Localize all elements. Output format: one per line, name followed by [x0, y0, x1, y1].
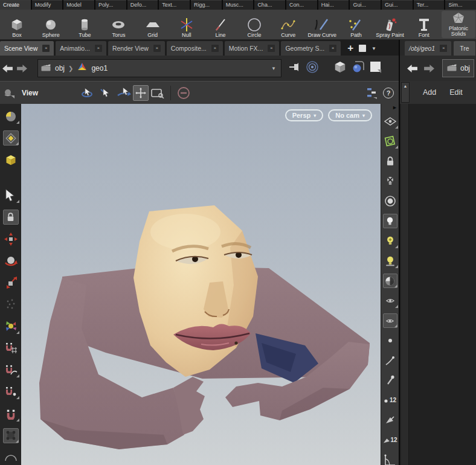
- selection-lock-icon[interactable]: [3, 210, 19, 225]
- shelf-tool-grid[interactable]: Grid: [136, 10, 170, 39]
- multi-snap-icon[interactable]: [3, 428, 19, 443]
- shelf-tab-simulation[interactable]: Sim...: [445, 0, 476, 10]
- shadow-light-icon[interactable]: [383, 254, 397, 268]
- shelf-tab-muscle[interactable]: Musc...: [223, 0, 254, 10]
- visibility-icon[interactable]: [383, 114, 397, 129]
- tab-tree-view[interactable]: Tre: [454, 41, 475, 56]
- pane-type-icon[interactable]: [0, 85, 18, 101]
- shelf-tool-platonic-solids[interactable]: Platonic Solids: [442, 11, 475, 38]
- add-menu[interactable]: Add: [423, 88, 436, 97]
- point-marker-icon[interactable]: [383, 333, 397, 348]
- snap-curve-icon[interactable]: [3, 362, 19, 377]
- primitive-normals-icon[interactable]: [383, 413, 397, 428]
- translate-tool-icon[interactable]: [3, 231, 19, 246]
- shelf-tool-tube[interactable]: Tube: [68, 10, 101, 39]
- scene-viewport[interactable]: Persp ▾ No cam ▾: [21, 104, 381, 465]
- new-tab-button[interactable]: +: [347, 42, 353, 54]
- maximize-pane-icon[interactable]: [359, 45, 366, 52]
- back-icon[interactable]: [405, 62, 419, 75]
- close-icon[interactable]: ×: [440, 45, 447, 52]
- tab-animation[interactable]: Animatio... ×: [56, 41, 106, 56]
- display-options-icon[interactable]: [370, 61, 382, 75]
- tab-menu-arrow-icon[interactable]: ▼: [371, 46, 376, 51]
- path-field[interactable]: obj ❯ geo1 ▼: [37, 59, 281, 77]
- shelf-tool-font[interactable]: Font: [407, 10, 441, 39]
- network-overview-icon[interactable]: [362, 85, 381, 101]
- shelf-tool-draw-curve[interactable]: Draw Curve: [305, 10, 339, 39]
- shelf-tool-path[interactable]: Path: [339, 10, 373, 39]
- forward-icon[interactable]: [14, 62, 29, 75]
- snap-magnet-icon[interactable]: [3, 406, 19, 421]
- shelf-tab-deform[interactable]: Defo...: [127, 0, 158, 10]
- orient-picking-icon[interactable]: [3, 450, 19, 465]
- back-icon[interactable]: [0, 62, 14, 75]
- shelf-tab-character[interactable]: Cha...: [254, 0, 285, 10]
- geometry-display-icon[interactable]: [333, 60, 347, 76]
- pose-tool-icon[interactable]: [3, 319, 19, 334]
- shelf-tool-sphere[interactable]: Sphere: [34, 10, 68, 39]
- shelf-tab-terrain[interactable]: Ter...: [414, 0, 445, 10]
- network-editor-panel[interactable]: [399, 104, 476, 465]
- follow-focus-icon[interactable]: [306, 60, 319, 76]
- network-path-field[interactable]: obj: [442, 59, 474, 77]
- tab-render-view[interactable]: Render View ×: [108, 41, 165, 56]
- disable-lighting-icon[interactable]: [383, 174, 397, 188]
- normal-lighting-icon[interactable]: [383, 194, 397, 208]
- show-objects-icon[interactable]: [3, 109, 19, 124]
- move-tool-icon[interactable]: [115, 85, 133, 101]
- shelf-tab-guides-2[interactable]: Gui...: [382, 0, 413, 10]
- edit-menu[interactable]: Edit: [449, 88, 463, 97]
- show-components-icon[interactable]: [3, 130, 19, 146]
- active-handles-tool-icon[interactable]: [133, 85, 149, 101]
- show-handles-icon[interactable]: [383, 293, 397, 308]
- point-numbers-icon[interactable]: 12: [383, 393, 397, 408]
- close-icon[interactable]: ×: [42, 45, 50, 52]
- close-icon[interactable]: ×: [153, 45, 161, 52]
- shading-mode-icon[interactable]: [352, 60, 365, 76]
- tab-composite[interactable]: Composite... ×: [167, 41, 223, 56]
- tab-obj-geo1[interactable]: /obj/geo1 ×: [405, 41, 451, 56]
- shelf-tab-texture[interactable]: Text...: [159, 0, 190, 10]
- close-icon[interactable]: ×: [268, 45, 275, 52]
- shelf-tool-null[interactable]: Null: [170, 10, 204, 39]
- select-tool-icon[interactable]: [3, 188, 19, 203]
- soft-transform-icon[interactable]: [3, 297, 19, 312]
- shelf-tool-line[interactable]: Line: [204, 10, 237, 39]
- shelf-tab-modify[interactable]: Modify: [32, 0, 63, 10]
- shelf-tool-torus[interactable]: Torus: [101, 10, 135, 39]
- lock-camera-icon[interactable]: [383, 154, 397, 168]
- close-icon[interactable]: ×: [211, 45, 219, 52]
- 3d-head-model[interactable]: [21, 104, 381, 465]
- snap-grid-icon[interactable]: [3, 341, 19, 356]
- help-icon[interactable]: ?: [383, 88, 394, 98]
- shelf-tool-circle[interactable]: Circle: [237, 10, 271, 39]
- close-icon[interactable]: ×: [95, 45, 102, 52]
- shelf-tab-rigging[interactable]: Rigg...: [191, 0, 222, 10]
- snap-point-icon[interactable]: [3, 384, 19, 399]
- high-quality-light-icon[interactable]: [383, 234, 397, 248]
- shelf-tool-spray-paint[interactable]: Spray Paint: [373, 10, 407, 39]
- corner-angle-icon[interactable]: [383, 453, 397, 465]
- shelf-tool-curve[interactable]: Curve: [271, 10, 305, 39]
- select-tool-icon[interactable]: [97, 85, 115, 101]
- rotate-tool-icon[interactable]: [3, 253, 19, 268]
- scroll-up-icon[interactable]: ▲: [401, 82, 410, 103]
- scale-tool-icon[interactable]: [3, 275, 19, 290]
- smooth-shading-icon[interactable]: [383, 274, 397, 288]
- breadcrumb-obj[interactable]: obj: [55, 64, 65, 72]
- tab-motion-fx[interactable]: Motion FX... ×: [225, 41, 280, 56]
- shelf-tab-model[interactable]: Model: [63, 0, 94, 10]
- shelf-tool-box[interactable]: Box: [0, 10, 34, 39]
- camera-menu-button[interactable]: No cam ▾: [328, 109, 372, 121]
- box-select-icon[interactable]: [149, 85, 167, 101]
- network-scrollbar[interactable]: [401, 104, 409, 465]
- projection-menu-button[interactable]: Persp ▾: [285, 109, 324, 121]
- primitive-numbers-icon[interactable]: 12: [383, 433, 397, 447]
- shelf-tab-poly[interactable]: Poly...: [95, 0, 126, 10]
- path-dropdown-icon[interactable]: ▼: [269, 66, 278, 71]
- pin-icon[interactable]: [289, 62, 301, 75]
- expand-toolbar-icon[interactable]: ►: [392, 105, 397, 111]
- view-snapshot-icon[interactable]: [383, 134, 397, 149]
- show-geometry-icon[interactable]: [3, 152, 19, 167]
- shelf-tab-guides-1[interactable]: Gui...: [350, 0, 381, 10]
